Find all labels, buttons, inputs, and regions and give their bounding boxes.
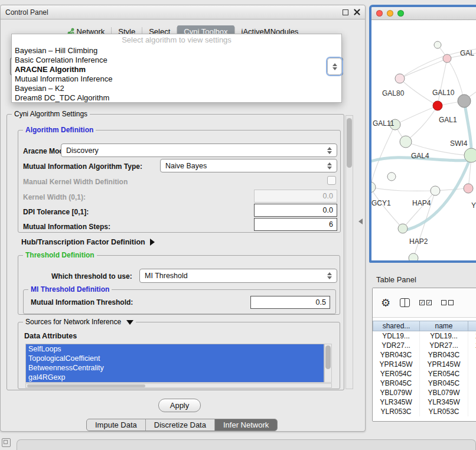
sources-group: Sources for Network Inference Data Attri… xyxy=(18,322,340,389)
column-header[interactable]: name xyxy=(420,321,468,331)
node-label: GAL11 xyxy=(373,119,395,128)
kernel-width-input[interactable] xyxy=(254,190,337,203)
network-node[interactable] xyxy=(387,172,396,181)
network-node[interactable] xyxy=(371,182,376,193)
select-all-checkboxes-icon[interactable]: ✓ ✓ xyxy=(419,300,432,305)
float-window-icon[interactable] xyxy=(343,9,348,15)
network-nodes[interactable] xyxy=(371,41,476,260)
table-row[interactable]: YLR053CYLR053C xyxy=(373,407,476,416)
combo-stepper-icon xyxy=(324,162,334,169)
scrollbar-thumb[interactable] xyxy=(27,384,145,387)
gear-icon[interactable]: ⚙ xyxy=(381,298,390,308)
scrollbar-thumb[interactable] xyxy=(347,118,352,168)
network-node[interactable] xyxy=(464,148,476,162)
control-panel-title: Control Panel xyxy=(5,8,48,17)
node-label: GAL xyxy=(460,49,474,57)
table-body: YDL19...YDL19...13 YDR27...YDR27...12 YB… xyxy=(373,331,476,416)
dpi-tolerance-input[interactable] xyxy=(254,204,337,217)
algorithm-option[interactable]: Dream8 DC_TDC Algorithm xyxy=(12,93,341,103)
network-node[interactable] xyxy=(464,184,473,193)
node-label: GCY1 xyxy=(371,199,391,207)
data-attributes-list[interactable]: SelfLoops TopologicalCoefficient Between… xyxy=(25,344,324,383)
deselect-all-checkboxes-icon[interactable] xyxy=(441,300,454,305)
combo-stepper-icon xyxy=(324,272,334,279)
column-header[interactable]: shared... xyxy=(373,321,420,331)
scrollbar-thumb[interactable] xyxy=(325,345,331,369)
sources-title: Sources for Network Inference xyxy=(25,318,121,326)
manual-kernel-label: Manual Kernel Width Definition xyxy=(23,178,128,186)
mi-threshold-group: MI Threshold Definition Mutual Informati… xyxy=(23,289,336,314)
table-row[interactable]: YBR045CYBR045C9. xyxy=(373,379,476,388)
stepper-down-icon xyxy=(332,67,337,70)
splitter-collapse-icon[interactable] xyxy=(358,219,363,224)
tab-infer-network[interactable]: Infer Network xyxy=(215,419,277,431)
collapsed-arrow-icon xyxy=(150,239,155,246)
network-view-window: GAL80 GAL10 GAL11 GAL1 SWI4 GAL4 GCY1 HA… xyxy=(369,5,476,263)
algorithm-option[interactable]: Basic Correlation Inference xyxy=(12,56,341,65)
minimize-traffic-light-icon[interactable] xyxy=(387,10,393,17)
which-threshold-combo[interactable]: MI Threshold xyxy=(139,269,337,283)
table-row[interactable]: YBR043CYBR043C xyxy=(373,350,476,360)
algorithm-option[interactable]: Bayesian – K2 xyxy=(12,84,341,93)
mi-steps-input[interactable] xyxy=(254,218,337,231)
network-node[interactable] xyxy=(395,74,405,83)
network-node[interactable] xyxy=(434,41,441,48)
algorithm-combo-stepper[interactable] xyxy=(327,58,342,75)
network-node[interactable] xyxy=(443,54,451,63)
attribute-item-selected[interactable]: BetweennessCentrality xyxy=(26,363,324,373)
hub-definition-section[interactable]: Hub/Transcription Factor Definition xyxy=(21,237,155,247)
cyni-algorithm-settings-group: Cyni Algorithm Settings Algorithm Defini… xyxy=(6,114,344,390)
zoom-traffic-light-icon[interactable] xyxy=(397,10,404,17)
table-row[interactable]: YLR345WYLR345W9. xyxy=(373,397,476,407)
algorithm-option-selected[interactable]: ARACNE Algorithm xyxy=(12,65,341,74)
aracne-mode-combo[interactable]: Discovery xyxy=(61,144,337,157)
network-canvas[interactable]: GAL80 GAL10 GAL11 GAL1 SWI4 GAL4 GCY1 HA… xyxy=(371,20,476,260)
control-panel-titlebar[interactable]: Control Panel xyxy=(1,5,365,19)
node-label: GAL80 xyxy=(382,89,405,97)
attribute-item-selected[interactable]: gal4RGexp xyxy=(26,373,324,382)
table-toolbar: ⚙ ✓ ✓ xyxy=(373,288,476,318)
network-node[interactable] xyxy=(398,224,407,233)
apply-button[interactable]: Apply xyxy=(158,399,201,412)
node-label: GAL1 xyxy=(439,116,457,124)
network-node[interactable] xyxy=(431,186,440,195)
network-node[interactable] xyxy=(409,253,418,260)
columns-icon[interactable] xyxy=(400,298,410,307)
network-node-red[interactable] xyxy=(433,101,442,110)
mi-type-combo[interactable]: Naive Bayes xyxy=(160,159,337,172)
network-node[interactable] xyxy=(400,136,412,148)
algorithm-option[interactable]: Mutual Information Inference xyxy=(12,74,341,84)
collapsed-panel-icon[interactable] xyxy=(2,438,11,447)
algorithm-option[interactable]: Bayesian – Hill Climbing xyxy=(12,46,341,56)
settings-group-title: Cyni Algorithm Settings xyxy=(12,110,90,118)
attribute-item-selected[interactable]: SelfLoops xyxy=(26,344,324,354)
hub-definition-label: Hub/Transcription Factor Definition xyxy=(21,238,145,246)
kernel-width-label: Kernel Width (0,1): xyxy=(23,193,86,201)
table-row[interactable]: YER054CYER054C8. xyxy=(373,369,476,379)
table-row[interactable]: YBL079WYBL079W xyxy=(373,388,476,397)
node-label: GAL4 xyxy=(411,152,429,160)
close-traffic-light-icon[interactable] xyxy=(376,10,383,17)
algorithm-definition-title: Algorithm Definition xyxy=(23,126,96,134)
settings-scrollbar[interactable] xyxy=(345,115,353,389)
collapsed-bottom-panel-bar[interactable] xyxy=(17,439,476,450)
mi-threshold-input[interactable] xyxy=(250,296,330,309)
tab-discretize-data[interactable]: Discretize Data xyxy=(146,419,215,431)
table-row[interactable]: YDR27...YDR27...12 xyxy=(373,341,476,350)
sources-title-row[interactable]: Sources for Network Inference xyxy=(23,318,136,326)
mi-type-value: Naive Bayes xyxy=(165,162,207,170)
node-label: Y xyxy=(471,201,476,210)
attributes-vertical-scrollbar[interactable] xyxy=(324,344,332,383)
tab-impute-data[interactable]: Impute Data xyxy=(87,419,146,431)
column-header[interactable] xyxy=(468,321,476,331)
attributes-horizontal-scrollbar[interactable] xyxy=(25,383,332,388)
control-panel-window: Control Panel Network Style Select xyxy=(0,5,366,432)
close-icon[interactable] xyxy=(354,9,360,15)
table-row[interactable]: YPR145WYPR145W9. xyxy=(373,360,476,369)
table-row[interactable]: YDL19...YDL19...13 xyxy=(373,331,476,341)
network-node-gray[interactable] xyxy=(458,94,471,107)
attribute-item-selected[interactable]: TopologicalCoefficient xyxy=(26,354,324,363)
aracne-mode-value: Discovery xyxy=(66,146,99,155)
network-window-titlebar[interactable] xyxy=(371,7,476,20)
manual-kernel-checkbox[interactable] xyxy=(327,176,336,185)
